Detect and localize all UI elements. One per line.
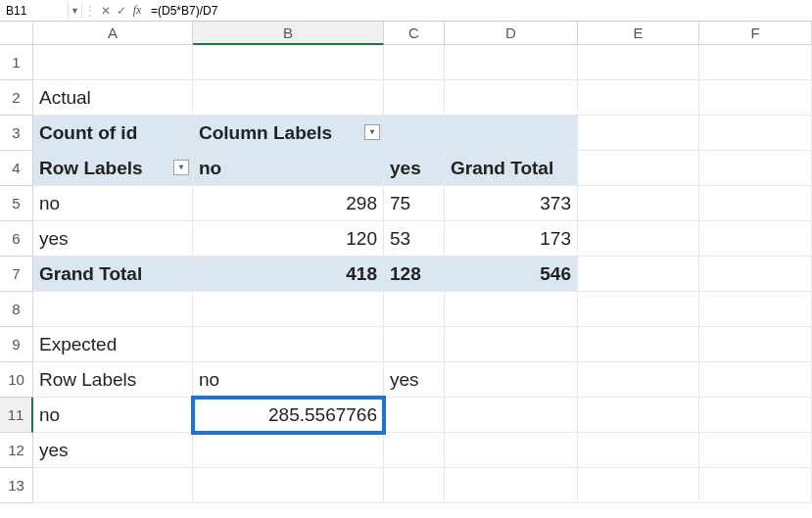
- col-header-b[interactable]: B: [193, 22, 384, 45]
- select-all-corner[interactable]: [0, 22, 33, 45]
- cell-b4[interactable]: no: [193, 151, 384, 186]
- cell-d6[interactable]: 173: [445, 221, 578, 257]
- cell-e10[interactable]: [578, 362, 699, 398]
- cell-c7[interactable]: 128: [384, 257, 445, 292]
- cell-f5[interactable]: [699, 186, 812, 221]
- cell-f3[interactable]: [699, 116, 812, 151]
- cell-e6[interactable]: [578, 221, 699, 257]
- cell-f1[interactable]: [699, 45, 812, 80]
- cell-b12[interactable]: [193, 433, 384, 468]
- column-labels-filter-icon[interactable]: ▾: [364, 124, 380, 140]
- cell-c12[interactable]: [384, 433, 445, 468]
- cell-e8[interactable]: [578, 292, 699, 327]
- cell-c2[interactable]: [384, 80, 445, 116]
- cell-a2[interactable]: Actual: [33, 80, 193, 116]
- cell-a9[interactable]: Expected: [33, 327, 193, 362]
- cell-c5[interactable]: 75: [384, 186, 445, 221]
- cell-e1[interactable]: [578, 45, 699, 80]
- row-header-5[interactable]: 5: [0, 186, 33, 221]
- cell-f2[interactable]: [699, 80, 812, 116]
- cell-e2[interactable]: [578, 80, 699, 116]
- cell-c13[interactable]: [384, 468, 445, 503]
- row-header-12[interactable]: 12: [0, 433, 33, 468]
- cell-c8[interactable]: [384, 292, 445, 327]
- cell-b13[interactable]: [193, 468, 384, 503]
- col-header-e[interactable]: E: [578, 22, 699, 45]
- row-header-6[interactable]: 6: [0, 221, 33, 257]
- cell-d7[interactable]: 546: [445, 257, 578, 292]
- cell-b11[interactable]: 285.5567766: [193, 398, 384, 433]
- cell-f4[interactable]: [699, 151, 812, 186]
- row-header-13[interactable]: 13: [0, 468, 33, 503]
- row-header-4[interactable]: 4: [0, 151, 33, 186]
- formula-input[interactable]: [145, 2, 812, 20]
- cell-f7[interactable]: [699, 257, 812, 292]
- cell-a8[interactable]: [33, 292, 193, 327]
- cell-b10[interactable]: no: [193, 362, 384, 398]
- cell-c11[interactable]: [384, 398, 445, 433]
- col-header-d[interactable]: D: [445, 22, 578, 45]
- cell-b2[interactable]: [193, 80, 384, 116]
- cell-c9[interactable]: [384, 327, 445, 362]
- row-header-8[interactable]: 8: [0, 292, 33, 327]
- cell-d8[interactable]: [445, 292, 578, 327]
- cell-b3[interactable]: Column Labels▾: [193, 116, 384, 151]
- cell-e7[interactable]: [578, 257, 699, 292]
- cell-f13[interactable]: [699, 468, 812, 503]
- name-box[interactable]: [0, 2, 69, 20]
- name-box-dropdown-icon[interactable]: ▼: [69, 4, 82, 18]
- row-header-2[interactable]: 2: [0, 80, 33, 116]
- cell-d5[interactable]: 373: [445, 186, 578, 221]
- cell-d13[interactable]: [445, 468, 578, 503]
- cell-f11[interactable]: [699, 398, 812, 433]
- cell-d11[interactable]: [445, 398, 578, 433]
- row-header-9[interactable]: 9: [0, 327, 33, 362]
- cell-a12[interactable]: yes: [33, 433, 193, 468]
- row-header-3[interactable]: 3: [0, 116, 33, 151]
- col-header-a[interactable]: A: [33, 22, 193, 45]
- cell-e11[interactable]: [578, 398, 699, 433]
- cell-e5[interactable]: [578, 186, 699, 221]
- cancel-icon[interactable]: ✕: [98, 4, 114, 18]
- cell-b9[interactable]: [193, 327, 384, 362]
- row-header-11[interactable]: 11: [0, 398, 33, 433]
- cell-a5[interactable]: no: [33, 186, 193, 221]
- cell-d2[interactable]: [445, 80, 578, 116]
- cell-d12[interactable]: [445, 433, 578, 468]
- cell-a10[interactable]: Row Labels: [33, 362, 193, 398]
- cell-a4[interactable]: Row Labels▾: [33, 151, 193, 186]
- cell-d9[interactable]: [445, 327, 578, 362]
- cell-b1[interactable]: [193, 45, 384, 80]
- cell-c1[interactable]: [384, 45, 445, 80]
- cell-e4[interactable]: [578, 151, 699, 186]
- row-header-1[interactable]: 1: [0, 45, 33, 80]
- row-header-7[interactable]: 7: [0, 257, 33, 292]
- cell-f8[interactable]: [699, 292, 812, 327]
- cell-b7[interactable]: 418: [193, 257, 384, 292]
- cell-a11[interactable]: no: [33, 398, 193, 433]
- cell-a6[interactable]: yes: [33, 221, 193, 257]
- cell-a1[interactable]: [33, 45, 193, 80]
- cell-b6[interactable]: 120: [193, 221, 384, 257]
- cell-e12[interactable]: [578, 433, 699, 468]
- cell-d1[interactable]: [445, 45, 578, 80]
- cell-e13[interactable]: [578, 468, 699, 503]
- cell-d4[interactable]: Grand Total: [445, 151, 578, 186]
- col-header-f[interactable]: F: [699, 22, 812, 45]
- cell-d3[interactable]: [445, 116, 578, 151]
- accept-icon[interactable]: ✓: [114, 4, 129, 18]
- cell-c3[interactable]: [384, 116, 445, 151]
- cell-c4[interactable]: yes: [384, 151, 445, 186]
- cell-c6[interactable]: 53: [384, 221, 445, 257]
- cell-f12[interactable]: [699, 433, 812, 468]
- cell-f9[interactable]: [699, 327, 812, 362]
- row-labels-filter-icon[interactable]: ▾: [173, 160, 189, 175]
- cell-e9[interactable]: [578, 327, 699, 362]
- cell-d10[interactable]: [445, 362, 578, 398]
- cell-b5[interactable]: 298: [193, 186, 384, 221]
- cell-a13[interactable]: [33, 468, 193, 503]
- cell-b8[interactable]: [193, 292, 384, 327]
- cell-a3[interactable]: Count of id: [33, 116, 193, 151]
- cell-c10[interactable]: yes: [384, 362, 445, 398]
- row-header-10[interactable]: 10: [0, 362, 33, 398]
